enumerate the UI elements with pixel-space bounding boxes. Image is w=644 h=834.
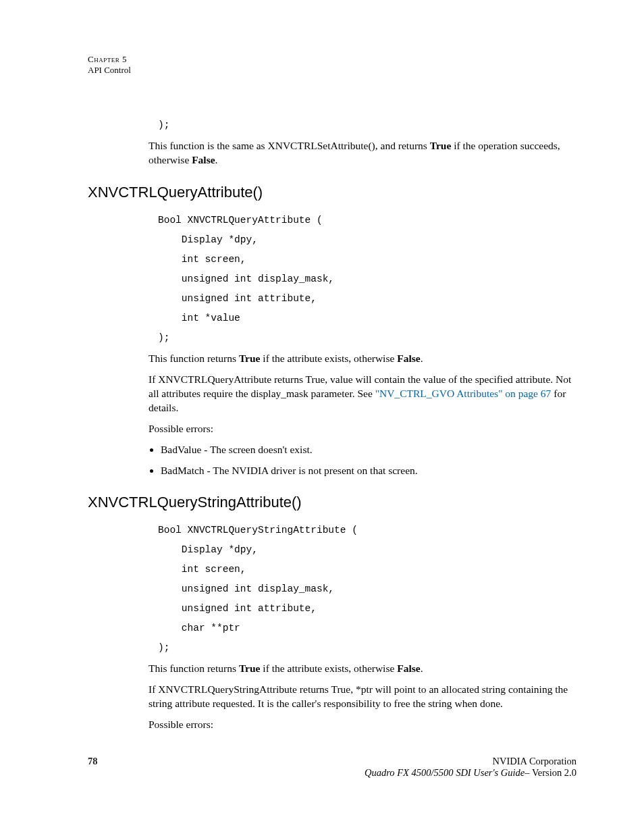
- cross-reference-link[interactable]: "NV_CTRL_GVO Attributes" on page 67: [375, 388, 552, 399]
- heading-query-attribute: XNVCTRLQueryAttribute(): [88, 184, 576, 201]
- error-list: BadValue - The screen doesn't exist. Bad…: [149, 443, 576, 478]
- footer-version: Version 2.0: [532, 767, 576, 778]
- text-bold: False: [192, 154, 215, 165]
- page-footer: 78 NVIDIA Corporation Quadro FX 4500/550…: [88, 756, 576, 779]
- code-block-query-string-attribute: Bool XNVCTRLQueryStringAttribute ( Displ…: [158, 521, 576, 658]
- list-item: BadMatch - The NVIDIA driver is not pres…: [161, 464, 576, 478]
- text: if the attribute exists, otherwise: [260, 662, 397, 674]
- page-number: 78: [88, 756, 98, 766]
- code-fragment-tail: );: [158, 115, 576, 135]
- text: This function returns: [149, 662, 239, 674]
- text-bold: True: [239, 353, 261, 364]
- heading-query-string-attribute: XNVCTRLQueryStringAttribute(): [88, 494, 576, 511]
- page-header: Chapter 5 API Control: [88, 54, 576, 75]
- text: This function is the same as XNVCTRLSetA…: [149, 140, 430, 151]
- paragraph: If XNVCTRLQueryStringAttribute returns T…: [149, 683, 576, 711]
- text-bold: True: [430, 140, 452, 151]
- text: This function returns: [149, 353, 239, 364]
- footer-right: NVIDIA Corporation Quadro FX 4500/5500 S…: [365, 756, 576, 779]
- text: .: [421, 662, 423, 674]
- paragraph: This function returns True if the attrib…: [149, 662, 576, 676]
- footer-company: NVIDIA Corporation: [493, 756, 576, 766]
- text-bold: False: [397, 353, 420, 364]
- paragraph: Possible errors:: [149, 718, 576, 732]
- text: .: [421, 353, 423, 364]
- footer-sep: –: [525, 767, 532, 778]
- paragraph: If XNVCTRLQueryAttribute returns True, v…: [149, 373, 576, 415]
- chapter-label: Chapter 5: [88, 54, 576, 65]
- page: Chapter 5 API Control ); This function i…: [0, 0, 644, 834]
- code-block-query-attribute: Bool XNVCTRLQueryAttribute ( Display *dp…: [158, 211, 576, 348]
- section-label: API Control: [88, 65, 576, 76]
- page-content: ); This function is the same as XNVCTRLS…: [149, 115, 576, 732]
- text: if the attribute exists, otherwise: [260, 353, 397, 364]
- list-item: BadValue - The screen doesn't exist.: [161, 443, 576, 457]
- text-bold: True: [239, 662, 261, 674]
- text: .: [215, 154, 218, 165]
- paragraph: Possible errors:: [149, 422, 576, 436]
- footer-doc-title: Quadro FX 4500/5500 SDI User's Guide: [365, 767, 525, 778]
- paragraph: This function returns True if the attrib…: [149, 352, 576, 366]
- intro-paragraph: This function is the same as XNVCTRLSetA…: [149, 139, 576, 167]
- text-bold: False: [397, 662, 420, 674]
